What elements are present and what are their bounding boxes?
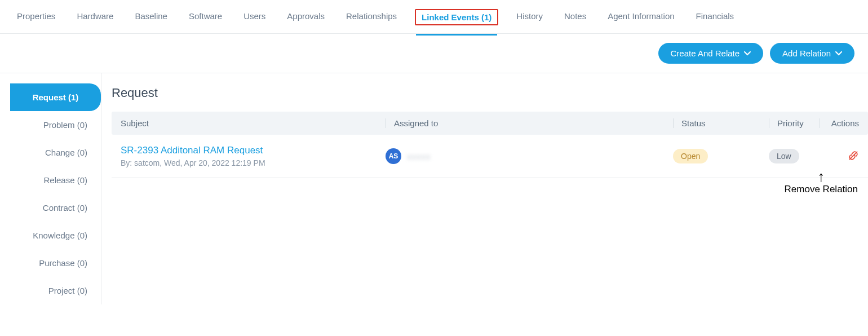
tab-users[interactable]: Users xyxy=(240,9,269,25)
col-actions: Actions xyxy=(820,118,859,128)
table-header: Subject Assigned to Status Priority Acti… xyxy=(112,112,868,135)
tab-linked-events[interactable]: Linked Events (1) xyxy=(415,9,498,25)
annotation-arrow: ↑ xyxy=(785,169,858,184)
sidebar-item-contract[interactable]: Contract (0) xyxy=(10,194,101,222)
tab-relationships[interactable]: Relationships xyxy=(343,9,400,25)
request-title-link[interactable]: SR-2393 Additonal RAM Request xyxy=(121,145,386,156)
sidebar-item-change[interactable]: Change (0) xyxy=(10,139,101,166)
chevron-down-icon xyxy=(835,51,842,56)
col-status: Status xyxy=(673,118,769,128)
sidebar-item-purchase[interactable]: Purchase (0) xyxy=(10,249,101,277)
annotation: ↑ Remove Relation xyxy=(785,169,858,195)
create-and-relate-label: Create And Relate xyxy=(671,48,740,58)
main-panel: Request Subject Assigned to Status Prior… xyxy=(101,73,868,304)
tab-hardware[interactable]: Hardware xyxy=(73,9,117,25)
col-priority: Priority xyxy=(769,118,820,128)
top-tabs: Properties Hardware Baseline Software Us… xyxy=(0,0,868,34)
panel-heading: Request xyxy=(112,86,868,100)
create-and-relate-button[interactable]: Create And Relate xyxy=(658,43,764,64)
chevron-down-icon xyxy=(744,51,751,56)
tab-software[interactable]: Software xyxy=(185,9,225,25)
tab-financials[interactable]: Financials xyxy=(693,9,738,25)
tab-agent-information[interactable]: Agent Information xyxy=(604,9,677,25)
sidebar: Request (1) Problem (0) Change (0) Relea… xyxy=(10,73,101,304)
action-bar: Create And Relate Add Relation xyxy=(0,34,868,73)
col-assigned-to: Assigned to xyxy=(386,118,673,128)
tab-properties[interactable]: Properties xyxy=(14,9,59,25)
tab-history[interactable]: History xyxy=(513,9,546,25)
tab-approvals[interactable]: Approvals xyxy=(284,9,328,25)
assignee: AS xxxxx xyxy=(386,148,673,164)
sidebar-item-release[interactable]: Release (0) xyxy=(10,166,101,194)
sidebar-item-request[interactable]: Request (1) xyxy=(10,83,101,111)
assignee-name: xxxxx xyxy=(407,152,431,161)
sidebar-item-project[interactable]: Project (0) xyxy=(10,277,101,304)
request-byline: By: satcom, Wed, Apr 20, 2022 12:19 PM xyxy=(121,158,386,167)
priority-badge: Low xyxy=(769,149,799,163)
status-badge: Open xyxy=(673,149,708,163)
add-relation-button[interactable]: Add Relation xyxy=(770,43,854,64)
annotation-label: Remove Relation xyxy=(785,184,858,195)
sidebar-item-problem[interactable]: Problem (0) xyxy=(10,111,101,139)
remove-relation-icon[interactable] xyxy=(820,150,859,161)
tab-notes[interactable]: Notes xyxy=(561,9,590,25)
add-relation-label: Add Relation xyxy=(782,48,831,58)
tab-baseline[interactable]: Baseline xyxy=(131,9,171,25)
avatar: AS xyxy=(386,148,401,164)
col-subject: Subject xyxy=(121,118,386,128)
table-row: SR-2393 Additonal RAM Request By: satcom… xyxy=(112,135,868,178)
sidebar-item-knowledge[interactable]: Knowledge (0) xyxy=(10,222,101,249)
